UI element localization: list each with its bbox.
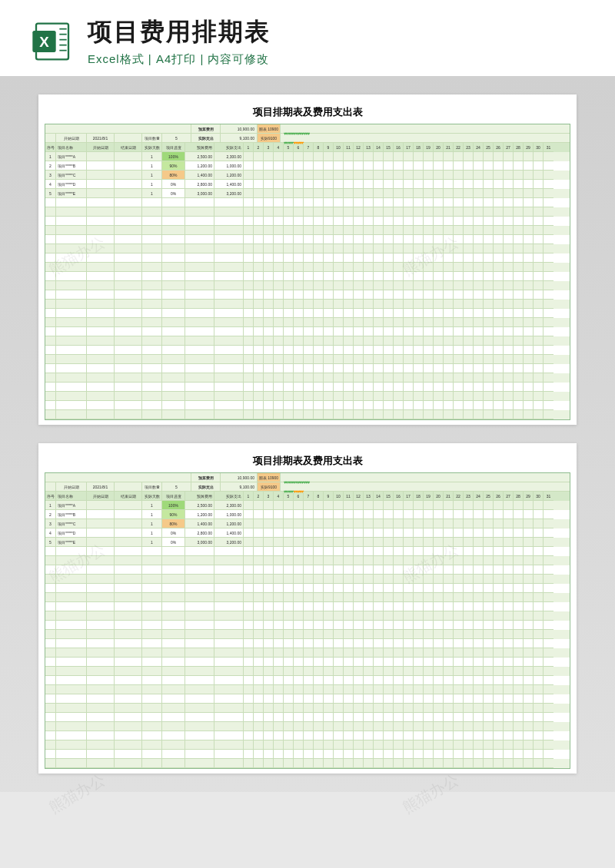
cell-day[interactable] bbox=[274, 528, 284, 538]
cell-day[interactable] bbox=[454, 152, 464, 161]
col-day[interactable]: 15 bbox=[384, 143, 394, 152]
table-row-empty[interactable] bbox=[45, 244, 570, 253]
cell-day[interactable] bbox=[364, 161, 374, 171]
cell-day[interactable] bbox=[544, 180, 554, 189]
cell-day[interactable] bbox=[534, 501, 544, 510]
cell-day[interactable] bbox=[344, 501, 354, 510]
cell-days[interactable]: 1 bbox=[142, 528, 162, 538]
cell-days[interactable]: 1 bbox=[142, 519, 162, 528]
col-day[interactable]: 26 bbox=[494, 143, 504, 152]
cell-day[interactable] bbox=[434, 180, 444, 189]
cell-day[interactable] bbox=[394, 528, 404, 538]
cell-day[interactable] bbox=[494, 161, 504, 171]
table-row-empty[interactable] bbox=[45, 750, 570, 759]
cell-day[interactable] bbox=[434, 510, 444, 519]
cell-day[interactable] bbox=[534, 528, 544, 538]
cell-day[interactable] bbox=[284, 161, 294, 171]
col-day[interactable]: 28 bbox=[514, 492, 524, 501]
table-row[interactable]: 3项目*****C180%1,400.001,200.00 bbox=[45, 171, 570, 180]
cell-day[interactable] bbox=[354, 501, 364, 510]
cell-day[interactable] bbox=[504, 180, 514, 189]
cell-day[interactable] bbox=[464, 519, 474, 528]
col-day[interactable]: 13 bbox=[364, 143, 374, 152]
col-day[interactable]: 9 bbox=[324, 492, 334, 501]
cell-day[interactable] bbox=[524, 519, 534, 528]
table-row[interactable]: 4项目*****D10%2,800.001,400.00 bbox=[45, 528, 570, 538]
cell-day[interactable] bbox=[324, 519, 334, 528]
cell-day[interactable] bbox=[454, 538, 464, 547]
col-day[interactable]: 2 bbox=[254, 143, 264, 152]
cell-day[interactable] bbox=[494, 501, 504, 510]
cell-day[interactable] bbox=[324, 180, 334, 189]
col-day[interactable]: 31 bbox=[544, 143, 554, 152]
cell-day[interactable] bbox=[424, 519, 434, 528]
col-day[interactable]: 24 bbox=[474, 492, 484, 501]
col-day[interactable]: 29 bbox=[524, 143, 534, 152]
cell-day[interactable] bbox=[544, 161, 554, 171]
cell-day[interactable] bbox=[454, 501, 464, 510]
cell-name[interactable]: 项目*****A bbox=[56, 152, 87, 161]
cell-day[interactable] bbox=[294, 180, 304, 189]
cell-end[interactable] bbox=[115, 171, 142, 180]
col-day[interactable]: 23 bbox=[464, 143, 474, 152]
table-row-empty[interactable] bbox=[45, 648, 570, 658]
cell-day[interactable] bbox=[334, 189, 344, 198]
table-row-empty[interactable] bbox=[45, 694, 570, 704]
col-day[interactable]: 7 bbox=[304, 143, 314, 152]
table-row[interactable]: 4项目*****D10%2,800.001,400.00 bbox=[45, 180, 570, 189]
cell-day[interactable] bbox=[484, 528, 494, 538]
col-day[interactable]: 18 bbox=[414, 143, 424, 152]
table-row-empty[interactable] bbox=[45, 346, 570, 355]
cell-day[interactable] bbox=[414, 189, 424, 198]
cell-end[interactable] bbox=[115, 189, 142, 198]
table-row-empty[interactable] bbox=[45, 253, 570, 263]
table-row-empty[interactable] bbox=[45, 290, 570, 300]
cell-day[interactable] bbox=[454, 528, 464, 538]
cell-day[interactable] bbox=[494, 152, 504, 161]
cell-day[interactable] bbox=[474, 501, 484, 510]
cell-day[interactable] bbox=[384, 538, 394, 547]
cell-day[interactable] bbox=[284, 152, 294, 161]
col-day[interactable]: 8 bbox=[314, 492, 324, 501]
cell-end[interactable] bbox=[115, 161, 142, 171]
cell-day[interactable] bbox=[344, 171, 354, 180]
table-row-empty[interactable] bbox=[45, 658, 570, 667]
cell-seq[interactable]: 5 bbox=[45, 538, 56, 547]
table-row-empty[interactable] bbox=[45, 584, 570, 593]
cell-day[interactable] bbox=[484, 152, 494, 161]
cell-budget[interactable]: 2,800.00 bbox=[185, 528, 214, 538]
cell-day[interactable] bbox=[284, 180, 294, 189]
cell-budget[interactable]: 3,000.00 bbox=[185, 538, 214, 547]
col-days[interactable]: 实际天数 bbox=[142, 143, 162, 152]
cell-day[interactable] bbox=[284, 538, 294, 547]
cell-day[interactable] bbox=[344, 180, 354, 189]
cell-day[interactable] bbox=[314, 510, 324, 519]
table-row-empty[interactable] bbox=[45, 318, 570, 327]
cell-days[interactable]: 1 bbox=[142, 161, 162, 171]
cell-start[interactable] bbox=[87, 189, 115, 198]
cell-day[interactable] bbox=[264, 501, 274, 510]
cell-day[interactable] bbox=[374, 189, 384, 198]
table-row-empty[interactable] bbox=[45, 731, 570, 740]
cell-end[interactable] bbox=[115, 519, 142, 528]
cell-start[interactable] bbox=[87, 528, 115, 538]
col-day[interactable]: 26 bbox=[494, 492, 504, 501]
col-day[interactable]: 12 bbox=[354, 492, 364, 501]
cell-day[interactable] bbox=[544, 519, 554, 528]
cell-day[interactable] bbox=[314, 189, 324, 198]
cell-day[interactable] bbox=[464, 171, 474, 180]
cell-day[interactable] bbox=[344, 538, 354, 547]
cell-day[interactable] bbox=[534, 519, 544, 528]
cell-day[interactable] bbox=[504, 510, 514, 519]
cell-day[interactable] bbox=[424, 189, 434, 198]
table-row-empty[interactable] bbox=[45, 309, 570, 318]
cell-day[interactable] bbox=[514, 161, 524, 171]
cell-budget[interactable]: 3,000.00 bbox=[185, 189, 214, 198]
cell-day[interactable] bbox=[544, 538, 554, 547]
cell-day[interactable] bbox=[324, 152, 334, 161]
col-day[interactable]: 4 bbox=[274, 143, 284, 152]
cell-day[interactable] bbox=[444, 501, 454, 510]
cell-day[interactable] bbox=[544, 501, 554, 510]
table-row-empty[interactable] bbox=[45, 722, 570, 731]
cell-day[interactable] bbox=[244, 510, 254, 519]
